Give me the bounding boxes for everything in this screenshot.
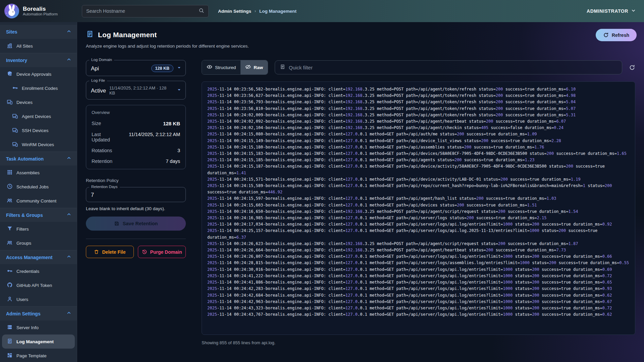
retention-days-input[interactable] (91, 192, 181, 198)
overview-rows: Size128 KBLast Updated11/14/2025, 2:12:1… (92, 118, 180, 167)
retention-days-label: Retention Days (89, 185, 120, 189)
sidebar-item-log-management[interactable]: Log Management (2, 335, 75, 349)
sidebar-item-groups[interactable]: Groups (0, 236, 77, 250)
dropdown-caret-icon (177, 65, 181, 71)
eye-off-icon (245, 64, 251, 71)
search-input[interactable] (86, 8, 199, 14)
github-icon (7, 282, 13, 289)
sidebar-item-users[interactable]: Users (0, 292, 77, 306)
people-icon (7, 197, 13, 204)
log-line: 2025-11-14 00:24:15,183-borealis.engine.… (207, 150, 630, 157)
sidebar-section-filters-groups[interactable]: Filters & Groups (0, 208, 77, 222)
people-icon (7, 240, 13, 247)
structured-view-button[interactable]: Structured (202, 60, 240, 74)
breadcrumb-log-management[interactable]: Log Management (259, 9, 297, 14)
chevron-up-icon (66, 57, 71, 63)
user-menu[interactable]: ADMINISTRATOR (587, 8, 636, 14)
sidebar-item-enrollment-codes[interactable]: Enrollment Codes (0, 81, 77, 95)
save-retention-button[interactable]: Save Retention (86, 217, 186, 231)
refresh-icon (603, 32, 609, 38)
domain-panel: Log Domain Api 128 KB Log File Active 11… (86, 60, 186, 345)
log-page-icon (86, 30, 94, 40)
sidebar-item-label: Devices (16, 100, 33, 105)
sidebar-item-scheduled-jobs[interactable]: Scheduled Jobs (0, 180, 77, 194)
sidebar-item-devices[interactable]: Devices (0, 95, 77, 109)
quick-filter-input[interactable] (289, 65, 617, 70)
sidebar-section-admin-settings[interactable]: Admin Settings (0, 306, 77, 320)
raw-view-button[interactable]: Raw (240, 60, 268, 74)
sidebar-item-ssh-devices[interactable]: SSH Devices (0, 123, 77, 137)
sidebar-section-inventory[interactable]: Inventory (0, 53, 77, 67)
delete-file-label: Delete File (102, 249, 125, 255)
sidebar-item-github-api-token[interactable]: GitHub API Token (0, 278, 77, 292)
log-output-panel[interactable]: 2025-11-14 00:23:56,582-borealis.engine.… (202, 81, 635, 335)
log-line: 2025-11-14 00:24:41,886-borealis.engine.… (207, 279, 630, 286)
sidebar-item-device-approvals[interactable]: Device Approvals (0, 67, 77, 81)
hostname-search[interactable] (82, 5, 209, 17)
log-line: 2025-11-14 00:24:26,623-borealis.engine.… (207, 241, 630, 247)
refresh-button[interactable]: Refresh (596, 29, 637, 41)
history-icon (142, 249, 147, 255)
log-file-select[interactable]: Log File Active 11/14/2025, 2:12:12 AM ·… (86, 81, 186, 100)
sidebar-section-label: Task Automation (6, 156, 44, 162)
sidebar-item-label: Page Template (16, 353, 47, 358)
sidebar-item-page-template[interactable]: Page Template (0, 349, 77, 362)
save-retention-label: Save Retention (123, 221, 158, 226)
sidebar-item-winrm-devices[interactable]: WinRM Devices (0, 137, 77, 152)
sidebar-item-label: Enrollment Codes (22, 86, 58, 91)
log-toolbar: Structured Raw (202, 60, 635, 75)
overview-row-last-updated: Last Updated11/14/2025, 2:12:12 AM (92, 129, 180, 145)
person-icon (7, 296, 13, 303)
log-line: 2025-11-14 00:24:15,180-borealis.engine.… (207, 144, 630, 150)
log-domain-select[interactable]: Log Domain Api 128 KB (86, 60, 186, 76)
sidebar-item-label: Device Approvals (16, 72, 51, 77)
log-line: 2025-11-14 00:24:15,571-borealis.engine.… (207, 176, 630, 183)
sidebar-item-assemblies[interactable]: Assemblies (0, 166, 77, 180)
delete-file-button[interactable]: Delete File (86, 246, 134, 258)
log-refresh-icon[interactable] (629, 64, 635, 71)
chevron-up-icon (66, 254, 71, 260)
purge-domain-button[interactable]: Purge Domain (138, 246, 186, 258)
log-icon (7, 338, 13, 345)
sidebar-item-agent-devices[interactable]: Agent Devices (0, 109, 77, 123)
sidebar-section-label: Inventory (6, 58, 27, 63)
sidebar-item-label: Groups (16, 241, 31, 246)
log-line: 2025-11-14 00:24:30,016-borealis.engine.… (207, 266, 630, 273)
breadcrumb-admin-settings[interactable]: Admin Settings (218, 9, 251, 14)
quick-filter-box[interactable] (275, 60, 622, 74)
overview-row-value: 3 (177, 148, 180, 153)
brand-name: Borealis (23, 6, 58, 12)
sidebar-item-label: Users (16, 297, 28, 302)
log-line: 2025-11-14 00:24:02,104-borealis.engine.… (207, 125, 630, 131)
chevron-up-icon (66, 156, 71, 162)
retention-helper-text: Leave blank to inherit default (30 days)… (86, 206, 186, 211)
sidebar-section-access-management[interactable]: Access Management (0, 250, 77, 264)
overview-row-label: Size (92, 121, 101, 126)
sidebar-section-sites[interactable]: Sites (0, 25, 77, 39)
log-line: 2025-11-14 00:24:15,149-borealis.engine.… (207, 138, 630, 144)
sidebar-item-server-info[interactable]: Server Info (0, 320, 77, 335)
sidebar-item-label: Agent Devices (22, 114, 51, 119)
brand-logo[interactable]: Borealis Automation Platform (4, 3, 77, 19)
clock-icon (7, 183, 13, 190)
sidebar-item-label: Credentials (16, 269, 39, 274)
sidebar-item-community-content[interactable]: Community Content (0, 194, 77, 208)
server-icon (7, 324, 13, 331)
log-line: 2025-11-14 00:24:42,283-borealis.engine.… (207, 286, 630, 292)
view-mode-toggle: Structured Raw (202, 60, 268, 75)
overview-row-value: 128 KB (163, 121, 180, 126)
log-line: 2025-11-14 00:24:42,684-borealis.engine.… (207, 292, 630, 299)
sidebar-item-credentials[interactable]: Credentials (0, 264, 77, 278)
trash-icon (94, 249, 99, 254)
structured-label: Structured (215, 65, 236, 70)
log-line: 2025-11-14 00:24:15,185-borealis.engine.… (207, 157, 630, 163)
chevron-up-icon (66, 29, 71, 35)
retention-days-field[interactable]: Retention Days (86, 187, 186, 202)
sidebar-item-filters[interactable]: Filters (0, 222, 77, 236)
log-line: 2025-11-14 00:24:28,815-borealis.engine.… (207, 260, 630, 266)
building-icon (7, 43, 13, 50)
sidebar-item-all-sites[interactable]: All Sites (0, 39, 77, 53)
overview-card: Overview Size128 KBLast Updated11/14/202… (86, 105, 186, 169)
sidebar-section-task-automation[interactable]: Task Automation (0, 152, 77, 166)
log-line: 2025-11-14 00:24:16,985-borealis.engine.… (207, 215, 630, 221)
